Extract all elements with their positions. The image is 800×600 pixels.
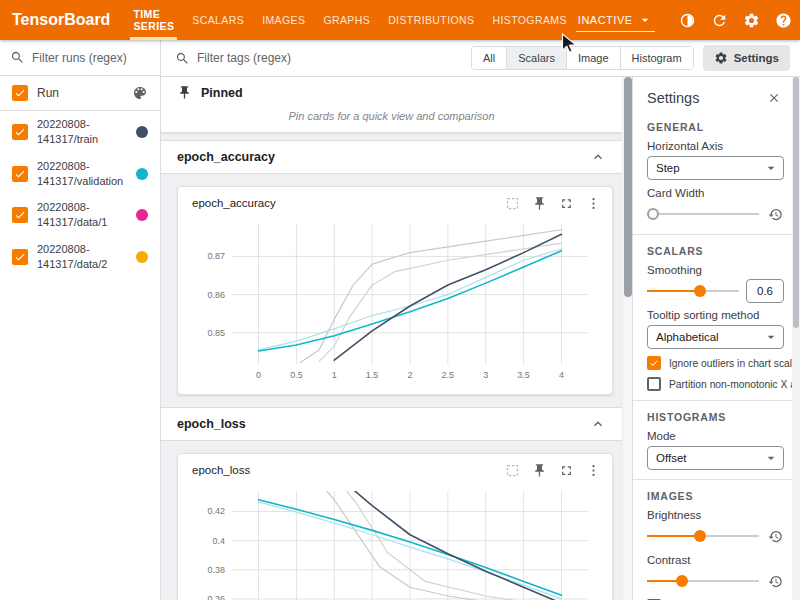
gear-icon [743,12,760,29]
palette-icon[interactable] [132,85,148,101]
cards-scrollbar[interactable] [622,77,632,600]
svg-text:0.5: 0.5 [290,370,303,380]
tab-images[interactable]: IMAGES [253,0,314,40]
histogram-mode-label: Mode [647,430,784,442]
help-icon [775,12,792,29]
pin-icon [177,85,192,100]
svg-text:1.5: 1.5 [366,370,379,380]
histogram-mode-select[interactable]: Offset [647,446,784,470]
cards-scrollbar-thumb[interactable] [624,77,632,297]
pin-card-icon[interactable] [530,194,548,212]
search-icon [10,50,25,65]
reset-icon [768,529,783,544]
smoothing-slider[interactable] [647,282,739,300]
card-width-slider-thumb[interactable] [647,208,659,220]
card-width-reset-button[interactable] [766,205,784,223]
svg-text:0.85: 0.85 [207,328,225,338]
run-list-item-validation[interactable]: 20220808-141317/validation [0,153,160,195]
runs-column-label: Run [37,86,123,100]
contrast-icon [679,12,696,29]
contrast-reset-button[interactable] [766,572,784,590]
brightness-label: Brightness [647,509,784,521]
horizontal-axis-select[interactable]: Step [647,156,784,180]
main-nav-tabs: TIME SERIES SCALARS IMAGES GRAPHS DISTRI… [124,0,575,40]
section-header-epoch-accuracy[interactable]: epoch_accuracy [161,140,622,174]
svg-text:1: 1 [332,370,337,380]
close-settings-button[interactable] [764,88,784,108]
section-header-epoch-loss[interactable]: epoch_loss [161,407,622,441]
run-list-item-train[interactable]: 20220808-141317/train [0,111,160,153]
lower-region: Pinned Pin cards for a quick view and co… [161,77,800,600]
fit-domain-icon[interactable] [503,461,521,479]
smoothing-slider-thumb[interactable] [694,285,706,297]
filter-runs-input[interactable] [32,51,150,65]
reload-status-dropdown[interactable]: INACTIVE [576,9,655,32]
run-checkbox[interactable] [12,124,28,140]
run-label: 20220808-141317/data/2 [37,242,127,272]
ignore-outliers-checkbox[interactable] [647,356,661,370]
fit-domain-icon[interactable] [503,194,521,212]
settings-gear-button[interactable] [739,7,765,33]
images-heading: IMAGES [647,490,784,502]
open-settings-button[interactable]: Settings [703,45,790,71]
chip-image[interactable]: Image [566,47,620,69]
select-all-runs-checkbox[interactable] [12,85,28,101]
tab-distributions[interactable]: DISTRIBUTIONS [379,0,483,40]
more-options-icon[interactable] [584,461,602,479]
chevron-down-icon [763,160,779,176]
contrast-label: Contrast [647,554,784,566]
main-region: All Scalars Image Histogram Settings [161,40,800,600]
line-chart-epoch-loss[interactable]: 00.511.522.533.540.360.380.40.42 [178,479,612,600]
tooltip-sorting-select[interactable]: Alphabetical [647,325,784,349]
svg-text:3: 3 [483,370,488,380]
help-button[interactable] [771,7,797,33]
settings-scrollbar-thumb[interactable] [793,77,799,328]
tensorboard-app: TensorBoard TIME SERIES SCALARS IMAGES G… [0,0,800,600]
search-icon [175,51,190,66]
filter-tags-input[interactable] [197,51,385,65]
card-width-slider[interactable] [647,205,759,223]
tab-scalars[interactable]: SCALARS [183,0,253,40]
filter-runs-box [0,40,160,76]
chip-scalars[interactable]: Scalars [506,47,566,69]
tab-histograms[interactable]: HISTOGRAMS [483,0,575,40]
theme-toggle-button[interactable] [675,7,701,33]
pin-card-icon[interactable] [530,461,548,479]
tab-time-series[interactable]: TIME SERIES [124,0,183,40]
run-list-item-data-2[interactable]: 20220808-141317/data/2 [0,236,160,278]
chip-all[interactable]: All [472,47,506,69]
tag-filter-row: All Scalars Image Histogram Settings [161,40,800,77]
run-color-dot [136,209,148,221]
run-checkbox[interactable] [12,207,28,223]
run-checkbox[interactable] [12,166,28,182]
fullscreen-icon[interactable] [557,194,575,212]
run-checkbox[interactable] [12,249,28,265]
horizontal-axis-label: Horizontal Axis [647,140,784,152]
settings-panel-wrap: Settings GENERAL Horizontal Axis Step Ca… [632,77,800,600]
brightness-reset-button[interactable] [766,527,784,545]
refresh-button[interactable] [707,7,733,33]
settings-scrollbar[interactable] [792,77,800,600]
ignore-outliers-label: Ignore outliers in chart scaling [669,358,792,369]
partition-x-axis-checkbox[interactable] [647,377,661,391]
contrast-slider-thumb[interactable] [676,575,688,587]
runs-list-header: Run [0,76,160,111]
collapse-chevron-icon[interactable] [590,149,606,165]
runs-sidebar: Run 20220808-141317/train 20220808-14131… [0,40,161,600]
tag-type-filter-group: All Scalars Image Histogram [471,46,694,70]
refresh-icon [711,12,728,29]
reset-icon [768,574,783,589]
tab-graphs[interactable]: GRAPHS [314,0,379,40]
line-chart-epoch-accuracy[interactable]: 00.511.522.533.540.850.860.87 [178,212,612,394]
contrast-slider[interactable] [647,572,759,590]
brightness-slider[interactable] [647,527,759,545]
collapse-chevron-icon[interactable] [590,416,606,432]
more-options-icon[interactable] [584,194,602,212]
run-list-item-data-1[interactable]: 20220808-141317/data/1 [0,194,160,236]
run-color-dot [136,168,148,180]
svg-text:3.5: 3.5 [517,370,530,380]
chip-histogram[interactable]: Histogram [620,47,693,69]
smoothing-value-input[interactable] [746,279,784,303]
brightness-slider-thumb[interactable] [694,530,706,542]
fullscreen-icon[interactable] [557,461,575,479]
